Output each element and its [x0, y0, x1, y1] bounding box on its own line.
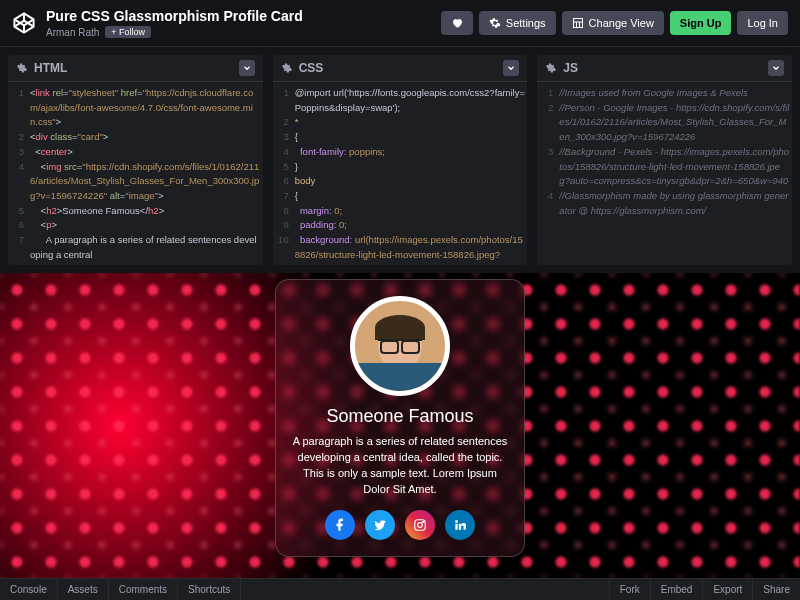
facebook-icon: [333, 518, 347, 532]
login-button[interactable]: Log In: [737, 11, 788, 35]
footer-tab[interactable]: Share: [752, 579, 800, 600]
css-editor-body[interactable]: 1@import url('https://fonts.googleapis.c…: [273, 82, 528, 265]
author-name[interactable]: Arman Rath: [46, 27, 99, 38]
svg-point-12: [423, 521, 424, 522]
header-actions: Settings Change View Sign Up Log In: [441, 11, 788, 35]
footer-tab[interactable]: Export: [702, 579, 752, 600]
js-editor-body[interactable]: 1//Images used from Google Images & Pexe…: [537, 82, 792, 265]
collapse-button[interactable]: [503, 60, 519, 76]
layout-icon: [572, 17, 584, 29]
footer-left: ConsoleAssetsCommentsShortcuts: [0, 579, 609, 600]
signup-button[interactable]: Sign Up: [670, 11, 732, 35]
codepen-logo-icon: [12, 11, 36, 35]
app-header: Pure CSS Glassmorphism Profile Card Arma…: [0, 0, 800, 47]
footer-tab[interactable]: Fork: [609, 579, 650, 600]
change-view-label: Change View: [589, 17, 654, 29]
html-editor-title: HTML: [34, 61, 239, 75]
gear-icon[interactable]: [281, 62, 293, 74]
footer-bar: ConsoleAssetsCommentsShortcuts ForkEmbed…: [0, 578, 800, 600]
footer-right: ForkEmbedExportShare: [609, 579, 800, 600]
change-view-button[interactable]: Change View: [562, 11, 664, 35]
footer-tab[interactable]: Comments: [109, 579, 178, 600]
html-editor-header: HTML: [8, 55, 263, 82]
collapse-button[interactable]: [239, 60, 255, 76]
html-editor: HTML 1<link rel="stylesheet" href="https…: [8, 55, 263, 265]
profile-name: Someone Famous: [292, 406, 508, 427]
gear-icon: [489, 17, 501, 29]
gear-icon[interactable]: [16, 62, 28, 74]
chevron-down-icon: [242, 63, 252, 73]
profile-card: Someone Famous A paragraph is a series o…: [275, 279, 525, 557]
chevron-down-icon: [771, 63, 781, 73]
chevron-down-icon: [506, 63, 516, 73]
footer-tab[interactable]: Assets: [58, 579, 109, 600]
editors-row: HTML 1<link rel="stylesheet" href="https…: [0, 47, 800, 273]
footer-tab[interactable]: Shortcuts: [178, 579, 241, 600]
linkedin-icon: [453, 518, 467, 532]
preview-pane: Someone Famous A paragraph is a series o…: [0, 273, 800, 578]
css-editor-header: CSS: [273, 55, 528, 82]
html-editor-body[interactable]: 1<link rel="stylesheet" href="https://cd…: [8, 82, 263, 265]
collapse-button[interactable]: [768, 60, 784, 76]
avatar: [350, 296, 450, 396]
footer-tab[interactable]: Console: [0, 579, 58, 600]
facebook-link[interactable]: [325, 510, 355, 540]
title-block: Pure CSS Glassmorphism Profile Card Arma…: [46, 8, 441, 38]
footer-tab[interactable]: Embed: [650, 579, 703, 600]
settings-label: Settings: [506, 17, 546, 29]
svg-point-11: [418, 522, 423, 527]
css-editor-title: CSS: [299, 61, 504, 75]
twitter-icon: [373, 518, 387, 532]
linkedin-link[interactable]: [445, 510, 475, 540]
css-editor: CSS 1@import url('https://fonts.googleap…: [273, 55, 528, 265]
pen-title[interactable]: Pure CSS Glassmorphism Profile Card: [46, 8, 441, 24]
twitter-link[interactable]: [365, 510, 395, 540]
profile-paragraph: A paragraph is a series of related sente…: [292, 434, 508, 498]
js-editor-header: JS: [537, 55, 792, 82]
instagram-link[interactable]: [405, 510, 435, 540]
follow-button[interactable]: + Follow: [105, 26, 151, 38]
heart-icon: [451, 17, 463, 29]
gear-icon[interactable]: [545, 62, 557, 74]
instagram-icon: [413, 518, 427, 532]
settings-button[interactable]: Settings: [479, 11, 556, 35]
like-button[interactable]: [441, 11, 473, 35]
social-row: [292, 510, 508, 540]
js-editor-title: JS: [563, 61, 768, 75]
js-editor: JS 1//Images used from Google Images & P…: [537, 55, 792, 265]
svg-rect-3: [573, 19, 582, 28]
